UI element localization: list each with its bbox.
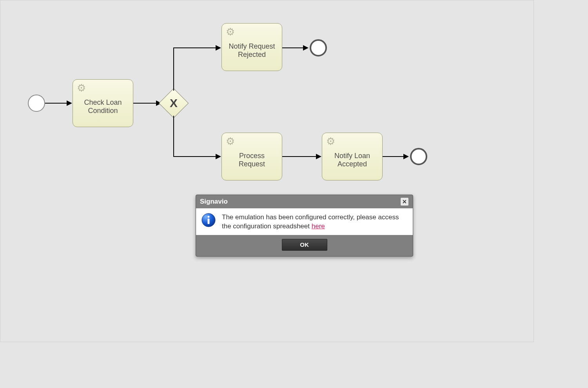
dialog-link-here[interactable]: here <box>312 222 325 230</box>
start-event[interactable] <box>28 95 45 112</box>
exclusive-gateway[interactable]: X <box>163 93 184 114</box>
edge-gateway-up-h <box>173 47 216 48</box>
arrowhead <box>403 154 409 159</box>
edge-gateway-up <box>173 47 174 91</box>
edge-gateway-down <box>173 116 174 157</box>
gear-icon: ⚙ <box>326 136 335 146</box>
arrowhead <box>303 45 309 51</box>
task-notify-loan-accepted[interactable]: ⚙ Notify LoanAccepted <box>322 133 383 180</box>
end-event-rejected[interactable] <box>310 39 327 56</box>
arrowhead <box>216 154 221 159</box>
dialog-title-text: Signavio <box>200 198 228 206</box>
task-label: ProcessRequest <box>239 152 265 168</box>
task-label: Check LoanCondition <box>84 98 122 115</box>
dialog-message: The emulation has been configured correc… <box>222 213 407 231</box>
task-notify-request-rejected[interactable]: ⚙ Notify RequestRejected <box>221 23 282 71</box>
task-label: Notify LoanAccepted <box>334 152 370 168</box>
ok-button[interactable]: OK <box>282 239 327 251</box>
dialog-message-text: The emulation has been configured correc… <box>222 213 399 230</box>
info-dialog[interactable]: Signavio ✕ <box>196 195 413 257</box>
diagram-canvas[interactable]: ⚙ Check LoanCondition X ⚙ Notify Request… <box>0 0 534 342</box>
gear-icon: ⚙ <box>226 136 235 146</box>
gear-icon: ⚙ <box>77 83 86 93</box>
arrowhead <box>216 45 221 51</box>
end-event-accepted[interactable] <box>410 148 427 165</box>
info-icon <box>201 213 216 227</box>
edge-reject-to-end <box>282 47 304 48</box>
task-check-loan-condition[interactable]: ⚙ Check LoanCondition <box>73 79 133 127</box>
svg-rect-2 <box>208 216 210 218</box>
edge-check-to-gateway <box>133 103 157 104</box>
edge-process-to-notify <box>282 156 317 157</box>
close-icon[interactable]: ✕ <box>400 197 409 206</box>
edge-gateway-down-h <box>173 156 216 157</box>
gear-icon: ⚙ <box>226 27 235 37</box>
svg-rect-1 <box>208 219 210 224</box>
edge-accept-to-end <box>383 156 404 157</box>
task-process-request[interactable]: ⚙ ProcessRequest <box>221 133 282 180</box>
gateway-marker: X <box>163 93 184 114</box>
arrowhead <box>316 154 321 159</box>
arrowhead <box>67 100 72 106</box>
edge-start-to-check <box>45 103 67 104</box>
task-label: Notify RequestRejected <box>229 42 275 58</box>
dialog-titlebar[interactable]: Signavio ✕ <box>196 195 413 208</box>
